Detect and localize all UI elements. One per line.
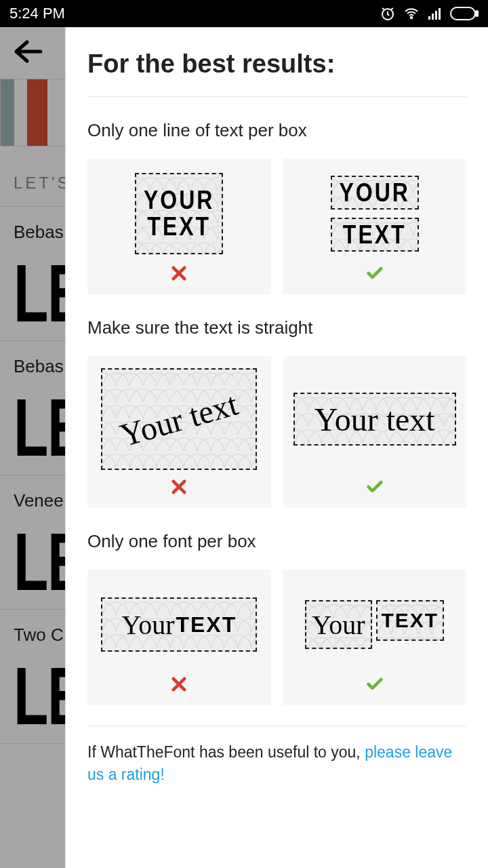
tip-title: Only one line of text per box: [87, 120, 466, 141]
sample-text: Your text: [116, 384, 242, 454]
footer-text: If WhatTheFont has been useful to you, p…: [87, 726, 466, 787]
status-time: 5:24 PM: [9, 5, 65, 22]
tip-right-card: Your text: [283, 356, 467, 508]
tip-wrong-card: Your text: [87, 356, 271, 508]
svg-rect-6: [451, 7, 475, 20]
svg-point-1: [411, 17, 413, 19]
cross-icon: [169, 262, 188, 285]
sample-text: Your: [121, 609, 174, 641]
tip-right-card: Your TEXT: [283, 570, 467, 705]
tip-title: Only one font per box: [87, 531, 466, 552]
wrong-example: Your text: [101, 368, 257, 470]
footer-prefix: If WhatTheFont has been useful to you,: [87, 743, 365, 761]
wrong-example: YOUR TEXT: [135, 173, 223, 254]
check-icon: [364, 673, 386, 696]
sample-text: YOUR: [340, 178, 410, 208]
tip-wrong-card: YOUR TEXT: [87, 159, 271, 294]
wifi-icon: [403, 5, 420, 22]
sheet-title: For the best results:: [87, 50, 466, 97]
right-example: TEXT: [376, 600, 445, 641]
svg-rect-4: [435, 11, 437, 20]
check-icon: [364, 475, 386, 498]
sample-text: TEXT: [176, 612, 237, 637]
cross-icon: [169, 673, 188, 696]
signal-icon: [427, 5, 443, 22]
tip-straight-text: Make sure the text is straight Your text: [87, 294, 466, 508]
svg-rect-5: [439, 8, 441, 20]
sample-text: Your: [312, 609, 365, 641]
tip-wrong-card: Your TEXT: [87, 570, 271, 705]
tips-sheet: For the best results: Only one line of t…: [65, 27, 488, 868]
status-icons: [380, 5, 479, 22]
right-example: YOUR: [331, 176, 419, 210]
sample-text: TEXT: [147, 212, 211, 241]
right-example: TEXT: [331, 218, 419, 252]
sample-text: Your text: [314, 401, 435, 438]
wrong-example: Your TEXT: [101, 597, 257, 652]
check-icon: [364, 262, 386, 285]
tip-title: Make sure the text is straight: [87, 317, 466, 338]
sample-text: TEXT: [343, 220, 407, 250]
cross-icon: [169, 475, 188, 498]
right-example: Your text: [293, 393, 456, 446]
svg-rect-3: [432, 14, 434, 20]
alarm-icon: [380, 5, 396, 22]
svg-rect-2: [428, 16, 430, 20]
tip-right-card: YOUR TEXT: [283, 159, 467, 294]
sample-text: TEXT: [382, 609, 439, 632]
tip-one-line: Only one line of text per box YOUR TEXT: [87, 97, 466, 294]
status-bar: 5:24 PM: [0, 0, 488, 27]
svg-rect-7: [476, 11, 478, 16]
tip-one-font: Only one font per box Your TEXT: [87, 508, 466, 705]
sample-text: YOUR: [144, 185, 214, 215]
right-example: Your: [305, 600, 371, 649]
battery-icon: [450, 7, 479, 20]
